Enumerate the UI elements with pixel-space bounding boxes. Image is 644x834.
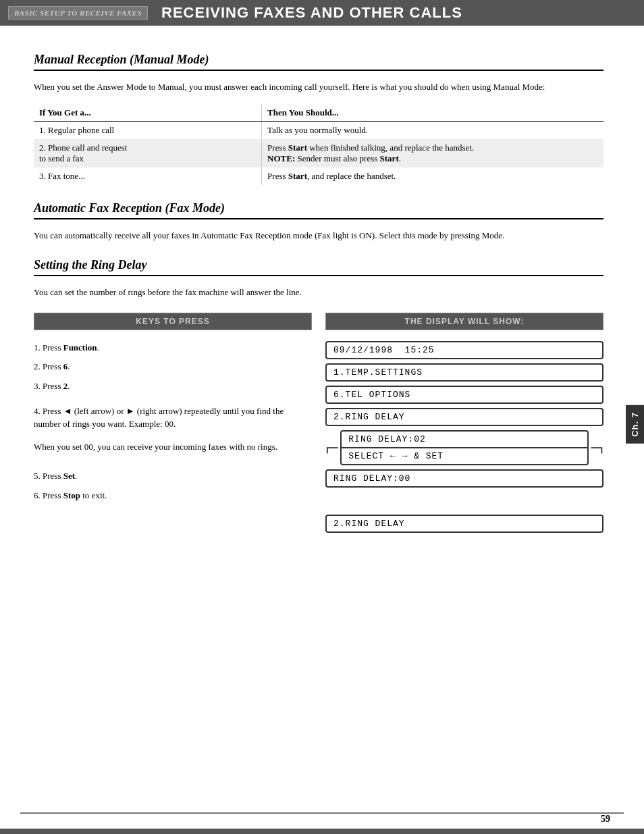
bracket-group: ⌐ RING DELAY:02 SELECT ← → & SET ¬ bbox=[325, 430, 603, 465]
step-number: 5. Press bbox=[34, 471, 63, 481]
section-auto-fax: Automatic Fax Reception (Fax Mode) You c… bbox=[34, 201, 603, 242]
display-header: THE DISPLAY WILL SHOW: bbox=[325, 313, 603, 330]
list-item: 3. Press 2. bbox=[34, 380, 312, 394]
step-number: 1. Press bbox=[34, 342, 63, 353]
list-item: 2. Press 6. bbox=[34, 360, 312, 374]
step-suffix: . bbox=[68, 361, 70, 371]
table-cell: Talk as you normally would. bbox=[262, 121, 603, 139]
list-item: 4. Press ◄ (left arrow) or ► (right arro… bbox=[34, 405, 312, 454]
section-manual-reception: Manual Reception (Manual Mode) When you … bbox=[34, 53, 603, 185]
table-row: 3. Fax tone... Press Start, and replace … bbox=[34, 167, 603, 185]
step-number: 6. Press bbox=[34, 490, 63, 500]
section-title-manual: Manual Reception (Manual Mode) bbox=[34, 53, 603, 71]
display-box-2: 1.TEMP.SETTINGS bbox=[325, 363, 603, 382]
steps-list: 1. Press Function. 2. Press 6. 3. Press … bbox=[34, 341, 312, 503]
keys-display-section: KEYS TO PRESS 1. Press Function. 2. Pres… bbox=[34, 313, 603, 537]
step-bold: Set bbox=[63, 471, 75, 481]
page-number: 59 bbox=[601, 814, 610, 825]
table-cell: Press Start when finished talking, and r… bbox=[262, 139, 603, 167]
list-item: 6. Press Stop to exit. bbox=[34, 489, 312, 503]
footer-line bbox=[20, 812, 624, 814]
table-cell: 3. Fax tone... bbox=[34, 167, 262, 185]
footer-bar bbox=[0, 829, 644, 834]
table-col1-header: If You Get a... bbox=[34, 105, 262, 122]
step4-text: 4. Press ◄ (left arrow) or ► (right arro… bbox=[34, 405, 312, 431]
step-suffix: . bbox=[75, 471, 77, 481]
section-title-auto: Automatic Fax Reception (Fax Mode) bbox=[34, 201, 603, 219]
section-ring-delay: Setting the Ring Delay You can set the n… bbox=[34, 258, 603, 537]
table-row: 2. Phone call and requestto send a fax P… bbox=[34, 139, 603, 167]
display-column: THE DISPLAY WILL SHOW: 09/12/1998 15:25 … bbox=[325, 313, 603, 537]
step4-when-note: When you set 00, you can receive your in… bbox=[34, 440, 312, 454]
table-row: 1. Regular phone call Talk as you normal… bbox=[34, 121, 603, 139]
connected-boxes: RING DELAY:02 SELECT ← → & SET bbox=[340, 430, 588, 465]
keys-header: KEYS TO PRESS bbox=[34, 313, 312, 330]
step-suffix: to exit. bbox=[80, 490, 107, 500]
manual-intro: When you set the Answer Mode to Manual, … bbox=[34, 80, 603, 94]
header-left-label: BASIC SETUP TO RECEIVE FAXES bbox=[8, 6, 148, 20]
display-box-step5: 2.RING DELAY bbox=[325, 515, 603, 533]
display-box-4: 2.RING DELAY bbox=[325, 408, 603, 426]
step-number: 3. Press bbox=[34, 381, 63, 391]
table-cell: 1. Regular phone call bbox=[34, 121, 262, 139]
bracket-right-icon: ¬ bbox=[590, 436, 603, 460]
display-box-3: 6.TEL OPTIONS bbox=[325, 386, 603, 404]
list-item: 1. Press Function. bbox=[34, 341, 312, 355]
display-box-6: SELECT ← → & SET bbox=[340, 447, 588, 465]
list-item: 5. Press Set. bbox=[34, 469, 312, 484]
step-suffix: . bbox=[97, 342, 99, 353]
step-number: 2. Press bbox=[34, 361, 63, 371]
display-box-5: RING DELAY:02 bbox=[340, 430, 588, 447]
reception-table: If You Get a... Then You Should... 1. Re… bbox=[34, 105, 603, 185]
auto-fax-intro: You can automatically receive all your f… bbox=[34, 229, 603, 242]
bracket-left-icon: ⌐ bbox=[325, 436, 339, 460]
header-right-label: RECEIVING FAXES AND OTHER CALLS bbox=[161, 4, 462, 22]
step-bold: Stop bbox=[63, 490, 80, 500]
ring-delay-intro: You can set the number of rings before t… bbox=[34, 286, 603, 299]
section-title-ring: Setting the Ring Delay bbox=[34, 258, 603, 276]
table-col2-header: Then You Should... bbox=[262, 105, 603, 122]
header-bar: BASIC SETUP TO RECEIVE FAXES RECEIVING F… bbox=[0, 0, 644, 26]
main-content: Manual Reception (Manual Mode) When you … bbox=[0, 26, 644, 550]
table-cell: Press Start, and replace the handset. bbox=[262, 167, 603, 185]
display-box-7: RING DELAY:00 bbox=[325, 469, 603, 488]
step-bold: Function bbox=[63, 342, 97, 353]
step-suffix: . bbox=[68, 381, 70, 391]
chapter-tab: Ch. 7 bbox=[626, 405, 644, 444]
table-cell: 2. Phone call and requestto send a fax bbox=[34, 139, 262, 167]
display-box-1: 09/12/1998 15:25 bbox=[325, 341, 603, 359]
keys-column: KEYS TO PRESS 1. Press Function. 2. Pres… bbox=[34, 313, 312, 537]
